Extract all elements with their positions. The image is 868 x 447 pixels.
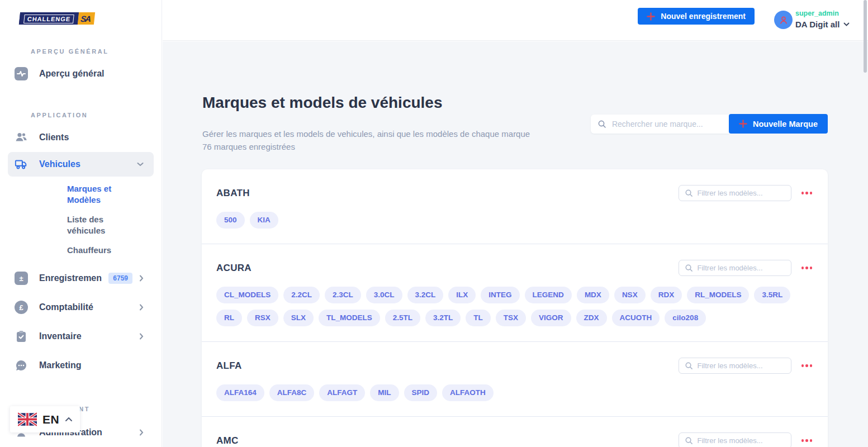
model-filter — [679, 260, 791, 276]
sidebar-item-clients[interactable]: Clients — [8, 125, 154, 150]
model-tag[interactable]: ALFA8C — [269, 384, 315, 401]
new-record-button[interactable]: Nouvel enregistrement — [638, 8, 755, 25]
more-options-icon[interactable] — [800, 189, 814, 197]
section-overview-label: APERÇU GÉNÉRAL — [31, 48, 162, 55]
search-icon — [685, 362, 693, 370]
model-tag[interactable]: ZDX — [576, 310, 607, 326]
users-icon — [15, 131, 28, 144]
chevron-down-icon — [843, 22, 850, 26]
topbar: Nouvel enregistrement super_admin DA Dig… — [163, 0, 868, 41]
model-tag[interactable]: cilo208 — [665, 310, 706, 326]
page-title: Marques et models de véhicules — [202, 94, 443, 112]
model-tag[interactable]: 3.5RL — [754, 287, 790, 303]
sidebar-item-inventaire[interactable]: Inventaire — [8, 324, 154, 349]
model-filter-input[interactable] — [698, 362, 785, 370]
model-tag[interactable]: 2.3CL — [325, 287, 361, 303]
scrollbar-thumb[interactable] — [864, 0, 867, 73]
language-code: EN — [42, 413, 59, 426]
plus-icon — [647, 12, 655, 21]
clipboard-check-icon — [15, 330, 28, 343]
submenu-item-liste-vehicules[interactable]: Liste des véhicules — [67, 214, 125, 236]
search-icon — [685, 189, 693, 197]
model-tag[interactable]: 3.2CL — [407, 287, 444, 303]
model-tag[interactable]: KIA — [250, 212, 278, 229]
model-tags: ALFA164ALFA8CALFAGTMILSPIDALFAOTH — [216, 384, 813, 401]
brands-list: ABATH 500KIA ACURA — [202, 169, 828, 447]
plus-minus-doc-icon: ± — [15, 272, 28, 285]
chevron-right-icon — [139, 429, 144, 436]
user-role: super_admin — [795, 9, 851, 17]
model-tag[interactable]: ACUOTH — [612, 310, 660, 326]
pound-icon: £ — [15, 301, 28, 314]
model-filter — [679, 432, 791, 447]
model-filter-input[interactable] — [698, 436, 785, 445]
model-tag[interactable]: ALFAOTH — [442, 384, 494, 401]
sidebar-item-label: Inventaire — [39, 331, 82, 341]
model-tag[interactable]: SLX — [283, 310, 314, 326]
more-options-icon[interactable] — [800, 362, 814, 369]
model-tag[interactable]: 3.0CL — [366, 287, 402, 303]
brand-name: ACURA — [216, 263, 252, 274]
model-tag[interactable]: LEGEND — [525, 287, 572, 303]
more-options-icon[interactable] — [800, 437, 814, 444]
search-icon — [685, 436, 693, 445]
sidebar-item-marketing[interactable]: Marketing — [8, 353, 154, 378]
model-tag[interactable]: TL — [466, 310, 491, 326]
model-tag[interactable]: VIGOR — [531, 310, 571, 326]
vehicles-submenu: Marques et Modèles Liste des véhicules C… — [67, 183, 162, 256]
sidebar-item-label: Vehicules — [39, 159, 80, 169]
submenu-item-chauffeurs[interactable]: Chauffeurs — [67, 245, 125, 256]
model-tag[interactable]: RDX — [651, 287, 682, 303]
user-name: DA Digit all — [795, 20, 839, 29]
model-tag[interactable]: RSX — [247, 310, 278, 326]
search-icon — [685, 264, 693, 272]
header-controls: Nouvelle Marque — [591, 114, 828, 134]
model-tag[interactable]: ALFA164 — [216, 384, 264, 401]
model-tag[interactable]: 2.2CL — [283, 287, 320, 303]
brand-search-input[interactable] — [612, 120, 722, 129]
new-brand-button[interactable]: Nouvelle Marque — [729, 114, 828, 134]
model-filter-input[interactable] — [698, 189, 785, 197]
model-tag[interactable]: SPID — [404, 384, 438, 401]
sidebar-item-label: Marketing — [39, 360, 82, 370]
model-tag[interactable]: NSX — [614, 287, 646, 303]
model-tag[interactable]: MIL — [370, 384, 399, 401]
model-tag[interactable]: RL_MODELS — [687, 287, 749, 303]
model-filter — [679, 358, 791, 374]
model-tag[interactable]: TL_MODELS — [319, 310, 380, 326]
model-filter-input[interactable] — [698, 264, 785, 272]
logo-sa-mark: SA — [78, 12, 95, 25]
model-filter — [679, 185, 791, 201]
model-tag[interactable]: INTEG — [481, 287, 519, 303]
user-menu[interactable]: super_admin DA Digit all — [795, 9, 851, 29]
brand-card: ALFA ALFA164ALFA8CALFAGTMILSPIDALFAOTH — [202, 341, 828, 416]
plus-icon — [739, 120, 747, 128]
model-tag[interactable]: TSX — [496, 310, 526, 326]
model-tag[interactable]: 500 — [216, 212, 245, 229]
submenu-item-marques-modeles[interactable]: Marques et Modèles — [67, 183, 125, 206]
sidebar-item-overview[interactable]: Aperçu général — [8, 61, 154, 86]
model-tag[interactable]: ILX — [448, 287, 476, 303]
section-application-label: APPLICATION — [31, 112, 162, 118]
chevron-right-icon — [139, 333, 144, 340]
activity-icon — [15, 67, 28, 80]
app-logo[interactable]: CHALLENGE SA — [19, 12, 96, 25]
avatar[interactable] — [774, 11, 793, 29]
language-selector[interactable]: EN — [10, 406, 80, 432]
sidebar-item-comptabilite[interactable]: £ Comptabilité — [8, 295, 154, 320]
model-tags: CL_MODELS2.2CL2.3CL3.0CL3.2CLILXINTEGLEG… — [216, 287, 813, 326]
model-tag[interactable]: ALFAGT — [319, 384, 365, 401]
sidebar-item-vehicles[interactable]: Vehicules — [8, 152, 154, 177]
brand-card: ACURA CL_MODELS2.2CL2.3CL3.0CL3.2CLILXIN… — [202, 244, 828, 341]
model-tag[interactable]: CL_MODELS — [216, 287, 278, 303]
chevron-right-icon — [139, 304, 144, 311]
search-icon — [597, 120, 606, 129]
sidebar: CHALLENGE SA APERÇU GÉNÉRAL Aperçu génér… — [0, 0, 162, 447]
model-tag[interactable]: RL — [216, 310, 242, 326]
sidebar-item-enregistrement[interactable]: ± Enregistremen 6759 — [8, 266, 154, 291]
model-tag[interactable]: MDX — [577, 287, 609, 303]
model-tag[interactable]: 2.5TL — [385, 310, 420, 326]
more-options-icon[interactable] — [800, 264, 814, 272]
chevron-down-icon — [137, 162, 144, 167]
model-tag[interactable]: 3.2TL — [425, 310, 461, 326]
